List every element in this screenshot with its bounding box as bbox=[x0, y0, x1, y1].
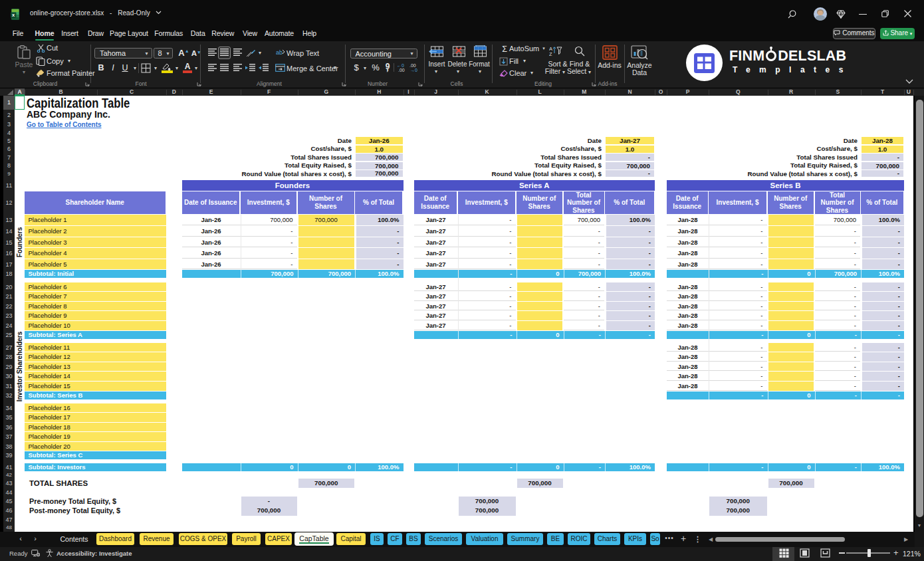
svg-text:ab: ab bbox=[276, 49, 283, 56]
svg-text:.00: .00 bbox=[398, 68, 405, 72]
svg-text:Z: Z bbox=[549, 51, 552, 56]
svg-text:←0: ←0 bbox=[397, 63, 404, 68]
svg-text:→0: →0 bbox=[410, 68, 417, 72]
svg-text:.00: .00 bbox=[409, 63, 416, 68]
